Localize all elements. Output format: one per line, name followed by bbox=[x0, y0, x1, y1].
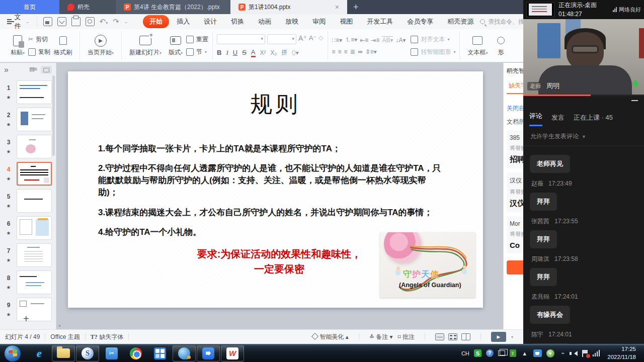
decrease-indent-icon[interactable]: ⇤≡ bbox=[360, 37, 368, 44]
language-indicator[interactable]: CH bbox=[461, 350, 469, 356]
taskbar-clock[interactable]: 17:25 2022/11/18 bbox=[604, 345, 639, 361]
ribbon-tab-view[interactable]: 视图 bbox=[333, 15, 359, 28]
to-smartart-button[interactable]: 转智能图形▾ bbox=[411, 48, 455, 56]
help-icon[interactable]: ? bbox=[486, 349, 494, 357]
text-box-button[interactable]: 文本框▾ bbox=[464, 35, 491, 57]
slide-notice-text[interactable]: 要求:为保证活动的效果性和趣味性， 一定要保密 bbox=[148, 246, 410, 277]
ribbon-tab-design[interactable]: 设计 bbox=[197, 15, 223, 28]
tab-in-class-count[interactable]: 正在上课 · 45 bbox=[574, 113, 613, 126]
subscript-button[interactable]: X₂ bbox=[271, 49, 277, 56]
justify-icon[interactable]: ≣ bbox=[350, 48, 355, 55]
font-color-button[interactable]: A bbox=[251, 48, 256, 57]
slide-thumb-5[interactable]: 5★ bbox=[3, 189, 54, 213]
taskbar-meeting-app[interactable] bbox=[197, 345, 220, 361]
window-stack-icon[interactable] bbox=[498, 350, 505, 356]
new-slide-button[interactable]: 新建幻灯片▾ bbox=[126, 35, 165, 57]
slide-thumb-3[interactable]: 3★ bbox=[3, 135, 54, 158]
taskbar-media-app[interactable] bbox=[148, 345, 172, 361]
numbering-icon[interactable]: ⒈≡▾ bbox=[345, 36, 357, 44]
format-painter-button[interactable]: 格式刷 bbox=[50, 35, 75, 57]
slide-title[interactable]: 规则 bbox=[68, 89, 483, 119]
taskbar-video-clip[interactable]: ✂ bbox=[100, 345, 123, 361]
power-plug-icon[interactable]: ⌁ bbox=[559, 349, 567, 357]
antivirus-icon[interactable]: + bbox=[546, 349, 554, 357]
increase-font-icon[interactable]: A⁺ bbox=[298, 34, 307, 44]
action-center-flag-icon[interactable] bbox=[582, 350, 588, 357]
ribbon-tab-animation[interactable]: 动画 bbox=[252, 15, 278, 28]
slide-thumb-7[interactable]: 7★ bbox=[3, 243, 54, 267]
microphone-icon[interactable] bbox=[632, 80, 639, 89]
sogou-input-icon[interactable]: S bbox=[474, 349, 481, 357]
ribbon-tab-home[interactable]: 开始 bbox=[143, 15, 169, 28]
slide-thumb-2[interactable]: 2★ bbox=[3, 108, 54, 131]
close-auto-link[interactable]: 关闭自动 bbox=[507, 104, 523, 113]
taskbar-sogou-browser[interactable]: S bbox=[76, 345, 99, 361]
taskbar-explorer[interactable] bbox=[52, 345, 75, 361]
smart-beautify-button[interactable]: 智能美化 ▴ bbox=[312, 333, 348, 341]
replace-fonts-button[interactable] bbox=[507, 260, 523, 275]
align-left-icon[interactable]: ≡ bbox=[332, 48, 336, 55]
clear-format-icon[interactable]: ◇ bbox=[318, 34, 323, 44]
font-name-select[interactable] bbox=[217, 34, 265, 44]
ribbon-tab-devtools[interactable]: 开发工具 bbox=[360, 15, 399, 28]
tab-home[interactable]: 首页 bbox=[0, 0, 59, 14]
speaker-icon[interactable] bbox=[572, 351, 578, 356]
export-icon[interactable] bbox=[57, 17, 66, 26]
print-icon[interactable] bbox=[71, 17, 80, 26]
pinyin-button[interactable]: 拼 bbox=[281, 48, 287, 57]
ribbon-tab-docer[interactable]: 稻壳资源 bbox=[441, 15, 480, 28]
normal-view-icon[interactable] bbox=[435, 333, 444, 340]
slide-thumb-8[interactable]: 8★ bbox=[3, 270, 54, 294]
cut-button[interactable]: ✂剪切 bbox=[28, 35, 50, 44]
tray-expand-icon[interactable]: ▲ bbox=[521, 349, 529, 357]
chat-message-list[interactable]: 老师再见 赵薇17:23:49 拜拜 张茜茜17:23:55 拜拜 周璐淇17:… bbox=[523, 146, 644, 362]
line-spacing-icon[interactable]: ⇕≡▾ bbox=[365, 48, 377, 55]
screen-share-thumbnail[interactable] bbox=[526, 2, 554, 17]
tab-document-2-active[interactable]: P第1讲1004.pptx× bbox=[230, 0, 347, 14]
reset-button[interactable]: 重置 bbox=[186, 35, 208, 44]
missing-font-tab[interactable]: 缺失字体 bbox=[507, 81, 523, 94]
save-icon[interactable] bbox=[43, 17, 52, 26]
minimize-icon[interactable] bbox=[631, 100, 638, 101]
thumbnail-view-icon[interactable] bbox=[41, 66, 52, 74]
text-direction-icon[interactable]: ↓A▾ bbox=[395, 37, 406, 44]
close-tab-icon[interactable]: × bbox=[335, 3, 339, 11]
slide-thumb-6[interactable]: 6★ bbox=[3, 216, 54, 240]
increase-indent-icon[interactable]: ⇥≡ bbox=[371, 37, 379, 44]
paste-button[interactable]: 粘贴▾ bbox=[7, 35, 28, 57]
slideshow-play-button[interactable]: ▶ bbox=[491, 332, 506, 342]
network-signal-icon[interactable] bbox=[593, 350, 600, 356]
ribbon-tab-transition[interactable]: 切换 bbox=[224, 15, 251, 28]
print-preview-icon[interactable] bbox=[86, 17, 95, 26]
notes-button[interactable]: ≛ 备注 ▾ bbox=[369, 333, 393, 341]
new-tab-button[interactable]: + bbox=[347, 0, 365, 14]
tab-comments[interactable]: 评论 bbox=[529, 112, 542, 126]
more-icon[interactable]: ⌄ bbox=[124, 19, 128, 24]
redo-icon[interactable]: ↷ bbox=[113, 17, 119, 26]
tab-document-1[interactable]: P第4讲 生命教育篇（2022）.pptx bbox=[116, 0, 230, 14]
ribbon-tab-slideshow[interactable]: 放映 bbox=[279, 15, 305, 28]
align-right-icon[interactable]: ≡ bbox=[344, 48, 348, 55]
strikethrough-button[interactable]: S bbox=[242, 49, 247, 56]
collapse-panel-icon[interactable]: » bbox=[4, 65, 9, 74]
slide-thumb-4-selected[interactable]: 4★ bbox=[3, 162, 54, 186]
guardian-angel-image[interactable]: 守护天使 (Angels of Guardian) bbox=[380, 232, 475, 298]
tab-docer[interactable]: 稻壳 bbox=[59, 0, 116, 14]
slide-editing-area[interactable]: 规则 1.每个同学抽取一张卡片，卡片上的TA就是本课程所守护的TA； 2.守护过… bbox=[56, 63, 523, 329]
usb-icon[interactable]: ⇪ bbox=[510, 349, 516, 357]
file-menu[interactable]: 文件⌄ bbox=[0, 13, 35, 31]
ribbon-tab-member[interactable]: 会员专享 bbox=[400, 15, 440, 28]
font-card[interactable]: 385将替换招聘 bbox=[507, 130, 523, 168]
taskbar-ie[interactable]: e bbox=[28, 345, 51, 361]
taskbar-wps[interactable]: W bbox=[221, 345, 244, 361]
slide-body-text[interactable]: 1.每个同学抽取一张卡片，卡片上的TA就是本课程所守护的TA； 2.守护过程中不… bbox=[98, 143, 445, 246]
align-center-icon[interactable]: ≡ bbox=[338, 48, 342, 55]
slide-canvas[interactable]: 规则 1.每个同学抽取一张卡片，卡片上的TA就是本课程所守护的TA； 2.守护过… bbox=[68, 71, 483, 308]
missing-font-status[interactable]: 缺失字体 bbox=[99, 333, 123, 341]
shape-button[interactable]: 形 bbox=[492, 35, 511, 57]
bold-button[interactable]: B bbox=[217, 49, 221, 56]
underline-button[interactable]: U bbox=[233, 49, 237, 56]
thumbnail-scrollbar[interactable] bbox=[52, 75, 55, 156]
font-card[interactable]: Mor将替换Co bbox=[507, 216, 523, 253]
ribbon-tab-insert[interactable]: 插入 bbox=[170, 15, 196, 28]
